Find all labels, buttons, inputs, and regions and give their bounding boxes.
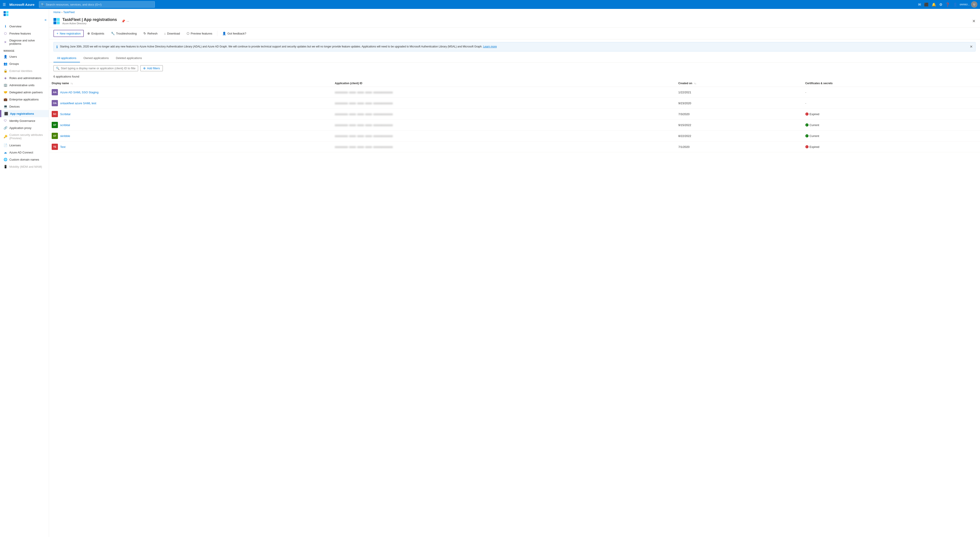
app-name-link[interactable]: Scribital (60, 113, 70, 116)
info-icon: ℹ (56, 45, 58, 49)
extensions-icon[interactable]: ⬛ (924, 2, 929, 7)
sidebar-item-external-identities[interactable]: 🔒 External Identities (0, 67, 49, 75)
app-name-cell-0: AA Azure AD SAML SSO Staging (49, 87, 332, 98)
page-title: TaskFleet | App registrations (62, 17, 117, 22)
sidebar-item-devices[interactable]: 💻 Devices (0, 103, 49, 110)
hamburger-icon[interactable]: ☰ (3, 2, 6, 7)
sidebar-item-label: Groups (10, 62, 19, 65)
delegated-icon: 🤝 (3, 91, 7, 94)
custom-security-icon: 🔑 (3, 135, 7, 138)
current-label: Current (810, 123, 819, 127)
new-registration-button[interactable]: + New registration (54, 30, 84, 37)
client-id-value: xxxxxxxx-xxxx-xxxx-xxxx-xxxxxxxxxxxx (335, 102, 393, 105)
col-display-name[interactable]: Display name ↑↓ (49, 80, 332, 87)
troubleshooting-label: Troubleshooting (116, 32, 137, 35)
email-icon[interactable]: ✉ (918, 2, 921, 7)
close-button[interactable]: ✕ (972, 19, 975, 24)
expired-dot: ! (805, 145, 808, 148)
sidebar-item-enterprise-apps[interactable]: 💼 Enterprise applications (0, 96, 49, 103)
app-name-link[interactable]: Azure AD SAML SSO Staging (60, 91, 99, 94)
sidebar-item-users[interactable]: 👤 Users (0, 53, 49, 60)
app-name-link[interactable]: scribital (60, 123, 70, 127)
pin-icon[interactable]: 📌 (121, 19, 125, 23)
alert-text: Starting June 30th, 2020 we will no long… (60, 44, 967, 49)
app-created-date-1: 9/23/2020 (676, 98, 802, 109)
sidebar-item-app-registrations[interactable]: ⬛ App registrations (0, 110, 49, 117)
filter-input[interactable] (61, 67, 136, 70)
users-icon: 👤 (3, 55, 7, 58)
cert-current-badge: ✓ Current (805, 134, 977, 138)
sidebar-item-label: Custom security attributes (Preview) (10, 133, 45, 140)
sidebar-item-custom-domain[interactable]: 🌐 Custom domain names (0, 156, 49, 163)
sort-icon-created: ↑↓ (694, 82, 696, 85)
sidebar-item-identity-governance[interactable]: 🛡 Identity Governance (0, 117, 49, 124)
add-filter-icon: ⊕ (143, 67, 146, 70)
table-row: ST skribble xxxxxxxx-xxxx-xxxx-xxxx-xxxx… (49, 130, 980, 141)
sidebar-item-groups[interactable]: 👥 Groups (0, 60, 49, 67)
sidebar-item-delegated[interactable]: 🤝 Delegated admin partners (0, 89, 49, 96)
app-created-date-5: 7/1/2020 (676, 141, 802, 153)
troubleshooting-button[interactable]: 🔧 Troubleshooting (108, 30, 140, 37)
app-name-link[interactable]: ontaskfleet azure SAML test (60, 102, 96, 105)
sidebar-item-admin-units[interactable]: 🏢 Administrative units (0, 81, 49, 89)
tab-all-applications[interactable]: All applications (54, 54, 80, 62)
app-name-link[interactable]: Test (60, 145, 65, 149)
global-search[interactable]: 🔍 (39, 2, 155, 8)
tab-owned-applications[interactable]: Owned applications (80, 54, 112, 62)
app-table: Display name ↑↓ Application (client) ID … (49, 80, 980, 153)
add-filter-label: Add filters (147, 67, 160, 70)
app-name-cell-3: ST scribital (49, 119, 332, 130)
learn-more-link[interactable]: Learn more (483, 45, 497, 48)
client-id-value: xxxxxxxx-xxxx-xxxx-xxxx-xxxxxxxxxxxx (335, 91, 393, 94)
user-settings-icon[interactable]: 👤 (953, 2, 958, 7)
sidebar-item-licenses[interactable]: 📄 Licenses (0, 141, 49, 149)
app-icon: SC (52, 111, 58, 117)
top-nav: ☰ Microsoft Azure 🔍 ✉ ⬛ 🔔 ⚙ ❓ 👤 onmicr..… (0, 0, 980, 9)
cert-current-badge: ✓ Current (805, 123, 977, 127)
gear-icon[interactable]: ⚙ (939, 2, 942, 7)
roles-icon: ◈ (3, 76, 7, 80)
sidebar-item-preview[interactable]: ⬡ Preview features (0, 30, 49, 37)
bell-icon[interactable]: 🔔 (932, 2, 936, 7)
app-name-link[interactable]: skribble (60, 134, 70, 138)
user-area[interactable]: onmicr... U (960, 2, 977, 8)
preview-features-button[interactable]: ⬡ Preview features (183, 30, 215, 37)
sidebar-item-aad-connect[interactable]: ☁ Azure AD Connect (0, 149, 49, 156)
collapse-btn-area: « (0, 17, 49, 23)
got-feedback-button[interactable]: 👤 Got feedback? (219, 30, 250, 37)
download-button[interactable]: ↓ Download (161, 30, 183, 37)
col-created-on[interactable]: Created on ↑↓ (676, 80, 802, 87)
sidebar-item-custom-security[interactable]: 🔑 Custom security attributes (Preview) (0, 132, 49, 141)
app-icon: AA (52, 89, 58, 95)
app-cert-status-2: ! Expired (803, 109, 980, 119)
refresh-button[interactable]: ↻ Refresh (140, 30, 161, 37)
tab-deleted-applications[interactable]: Deleted applications (112, 54, 145, 62)
preview-icon: ⬡ (187, 32, 189, 35)
sidebar-item-diagnose[interactable]: ✕ Diagnose and solve problems (0, 37, 49, 47)
more-icon[interactable]: ··· (127, 19, 129, 23)
endpoints-button[interactable]: ⊕ Endpoints (84, 30, 107, 37)
collapse-icon[interactable]: « (45, 18, 46, 22)
aad-connect-icon: ☁ (3, 151, 7, 154)
alert-close-button[interactable]: ✕ (970, 44, 973, 49)
app-cert-status-4: ✓ Current (803, 130, 980, 141)
app-client-id-1: xxxxxxxx-xxxx-xxxx-xxxx-xxxxxxxxxxxx (332, 98, 676, 109)
refresh-icon: ↻ (143, 32, 146, 35)
app-client-id-4: xxxxxxxx-xxxx-xxxx-xxxx-xxxxxxxxxxxx (332, 130, 676, 141)
mobility-icon: 📱 (3, 165, 7, 168)
nav-icons: ✉ ⬛ 🔔 ⚙ ❓ 👤 (918, 2, 958, 7)
sidebar-item-overview[interactable]: ℹ Overview (0, 23, 49, 30)
endpoints-icon: ⊕ (87, 32, 90, 35)
help-icon[interactable]: ❓ (945, 2, 950, 7)
add-filter-button[interactable]: ⊕ Add filters (140, 65, 163, 71)
client-id-value: xxxxxxxx-xxxx-xxxx-xxxx-xxxxxxxxxxxx (335, 145, 393, 149)
app-created-date-0: 1/22/2021 (676, 87, 802, 98)
sidebar-item-app-proxy[interactable]: 🔗 Application proxy (0, 124, 49, 132)
search-input[interactable] (46, 3, 153, 6)
sidebar-item-roles[interactable]: ◈ Roles and administrators (0, 75, 49, 81)
sidebar-item-mobility[interactable]: 📱 Mobility (MDM and MAM) (0, 163, 49, 170)
sidebar-logo-area (0, 9, 49, 17)
breadcrumb-home[interactable]: Home (54, 11, 60, 14)
filter-input-container: 🔍 (54, 65, 138, 71)
col-client-id[interactable]: Application (client) ID (332, 80, 676, 87)
